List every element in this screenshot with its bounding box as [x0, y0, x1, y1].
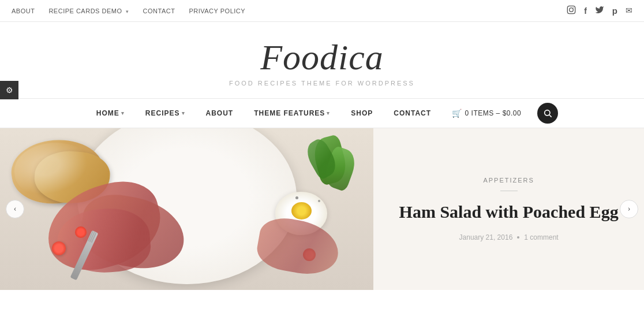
dropdown-recipes: ▾: [182, 110, 185, 116]
email-icon[interactable]: ✉: [626, 6, 632, 16]
gear-icon: ⚙: [6, 85, 13, 95]
site-header: Foodica FOOD RECIPES THEME FOR WORDPRESS: [0, 22, 644, 98]
svg-rect-0: [567, 6, 575, 13]
dropdown-theme: ▾: [327, 110, 330, 116]
next-arrow[interactable]: ›: [620, 200, 638, 218]
cart-icon: 🛒: [452, 109, 462, 118]
mainnav-theme-features[interactable]: THEME FEATURES ▾: [244, 99, 340, 128]
brand-title: Foodica: [12, 39, 632, 75]
svg-point-3: [545, 110, 550, 116]
hero-divider: [500, 191, 518, 191]
main-nav: HOME ▾ RECIPES ▾ ABOUT THEME FEATURES ▾ …: [0, 99, 644, 128]
hero-content: Appetizers Ham Salad with Poached Egg Ja…: [373, 128, 644, 290]
svg-point-2: [573, 7, 574, 8]
hero-comments: 1 comment: [524, 233, 558, 241]
hero-category: Appetizers: [483, 177, 534, 184]
hero-title: Ham Salad with Poached Egg: [399, 200, 619, 223]
pinterest-icon[interactable]: p: [612, 6, 617, 16]
meta-dot: [517, 236, 519, 239]
mainnav-recipes[interactable]: RECIPES ▾: [135, 99, 196, 128]
dropdown-arrow-recipe: ▾: [126, 9, 129, 14]
topnav-about[interactable]: ABOUT: [12, 8, 35, 14]
hero-image: [0, 128, 373, 290]
prev-arrow[interactable]: ‹: [6, 200, 24, 218]
settings-button[interactable]: ⚙: [0, 81, 18, 99]
dropdown-home: ▾: [121, 110, 125, 116]
main-nav-wrapper: HOME ▾ RECIPES ▾ ABOUT THEME FEATURES ▾ …: [0, 98, 644, 128]
facebook-icon[interactable]: f: [584, 6, 587, 16]
cart-area[interactable]: 🛒 0 ITEMS – $0.00: [441, 109, 531, 118]
mainnav-contact[interactable]: CONTACT: [383, 99, 441, 128]
twitter-icon[interactable]: [595, 5, 604, 17]
topnav-privacy[interactable]: PRIVACY POLICY: [189, 8, 245, 14]
mainnav-home[interactable]: HOME ▾: [86, 99, 135, 128]
brand-subtitle: FOOD RECIPES THEME FOR WORDPRESS: [12, 80, 632, 87]
topnav-contact[interactable]: CONTACT: [143, 8, 175, 14]
svg-line-4: [549, 115, 552, 117]
svg-point-1: [570, 8, 574, 12]
top-nav: ABOUT RECIPE CARDS DEMO ▾ CONTACT PRIVAC…: [12, 8, 245, 14]
cart-label: 0 ITEMS – $0.00: [465, 109, 522, 117]
search-button[interactable]: [537, 103, 558, 124]
top-bar: ABOUT RECIPE CARDS DEMO ▾ CONTACT PRIVAC…: [0, 0, 644, 22]
mainnav-about[interactable]: ABOUT: [196, 99, 244, 128]
hero-meta: January 21, 2016 1 comment: [459, 233, 559, 241]
hero-date: January 21, 2016: [459, 233, 513, 241]
topnav-recipe-cards[interactable]: RECIPE CARDS DEMO ▾: [48, 8, 129, 14]
social-icons: f p ✉: [567, 5, 632, 17]
instagram-icon[interactable]: [567, 5, 576, 17]
hero-section: ‹: [0, 128, 644, 290]
mainnav-shop[interactable]: SHOP: [340, 99, 383, 128]
